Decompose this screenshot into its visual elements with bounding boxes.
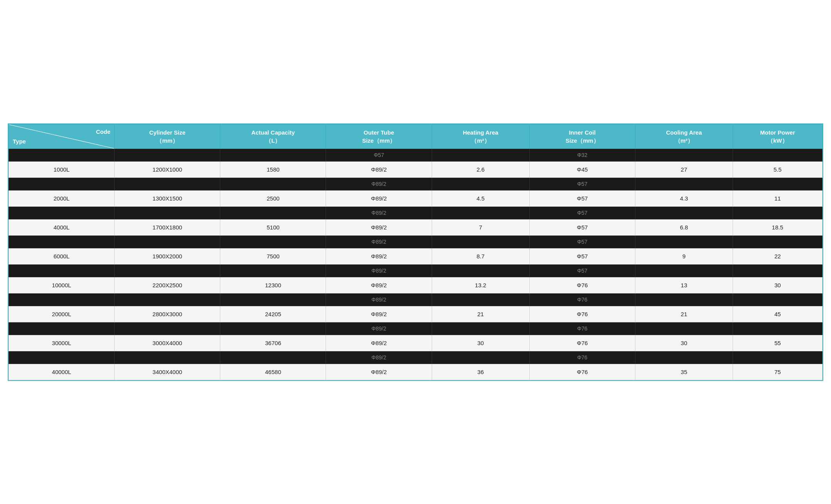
data-row: 1000L1200X10001580Φ89/22.6Φ45275.5 [9,161,823,177]
spec-cell [635,264,733,277]
spec-cell [9,177,115,190]
cylinder-size-header: Cylinder Size （mm） [115,124,220,148]
spec-cell [733,177,822,190]
spec-cell [733,293,822,306]
inner-coil-cell: Φ45 [529,161,635,177]
spec-cell: Φ57 [529,177,635,190]
cooling-cell: 6.8 [635,219,733,235]
spec-cell [733,351,822,364]
data-row: 4000L1700X18005100Φ89/27Φ576.818.5 [9,219,823,235]
heating-cell: 4.5 [432,190,529,206]
spec-cell [115,322,220,335]
spec-row: Φ89/2Φ76 [9,351,823,364]
spec-cell [115,293,220,306]
motor-cell: 55 [733,335,822,351]
spec-cell [635,322,733,335]
motor-cell: 5.5 [733,161,822,177]
cylinder-cell: 1900X2000 [115,248,220,264]
spec-cell [9,264,115,277]
heating-cell: 8.7 [432,248,529,264]
spec-cell [9,351,115,364]
spec-cell [733,322,822,335]
spec-cell [432,293,529,306]
heating-cell: 13.2 [432,277,529,293]
spec-cell [432,322,529,335]
spec-cell: Φ89/2 [326,177,432,190]
spec-cell [115,177,220,190]
spec-cell: Φ89/2 [326,235,432,248]
heating-cell: 30 [432,335,529,351]
cooling-area-header: Cooling Area （m²） [635,124,733,148]
capacity-cell: 2500 [220,190,326,206]
heating-cell: 2.6 [432,161,529,177]
spec-cell: Φ76 [529,322,635,335]
spec-cell [220,206,326,219]
capacity-cell: 46580 [220,364,326,380]
spec-cell [733,235,822,248]
spec-cell: Φ89/2 [326,206,432,219]
spec-cell: Φ32 [529,148,635,161]
spec-cell [220,293,326,306]
spec-cell [733,148,822,161]
cylinder-cell: 3000X4000 [115,335,220,351]
capacity-cell: 1580 [220,161,326,177]
spec-row: Φ89/2Φ57 [9,177,823,190]
spec-cell: Φ89/2 [326,351,432,364]
capacity-cell: 24205 [220,306,326,322]
motor-cell: 30 [733,277,822,293]
outer-tube-cell: Φ89/2 [326,364,432,380]
spec-row: Φ89/2Φ76 [9,322,823,335]
code-cell: 20000L [9,306,115,322]
data-row: 40000L3400X400046580Φ89/236Φ763575 [9,364,823,380]
code-label: Code [96,128,111,136]
data-row: 6000L1900X20007500Φ89/28.7Φ57922 [9,248,823,264]
spec-cell [115,264,220,277]
spec-cell [432,148,529,161]
inner-coil-cell: Φ57 [529,190,635,206]
spec-cell [635,148,733,161]
spec-row: Φ89/2Φ57 [9,206,823,219]
spec-cell: Φ89/2 [326,264,432,277]
cylinder-cell: 1200X1000 [115,161,220,177]
capacity-cell: 5100 [220,219,326,235]
spec-cell: Φ57 [529,235,635,248]
motor-cell: 11 [733,190,822,206]
cooling-cell: 30 [635,335,733,351]
cooling-cell: 27 [635,161,733,177]
outer-tube-cell: Φ89/2 [326,190,432,206]
spec-cell [220,235,326,248]
cooling-cell: 21 [635,306,733,322]
cooling-cell: 13 [635,277,733,293]
code-cell: 4000L [9,219,115,235]
spec-cell: Φ89/2 [326,293,432,306]
spec-cell: Φ76 [529,351,635,364]
actual-capacity-header: Actual Capacity （L） [220,124,326,148]
spec-cell [432,351,529,364]
heating-cell: 36 [432,364,529,380]
specs-table: Code Type Cylinder Size （mm） Actual Capa… [8,124,823,380]
spec-cell [9,293,115,306]
spec-cell: Φ89/2 [326,322,432,335]
spec-cell [432,264,529,277]
cylinder-cell: 1300X1500 [115,190,220,206]
type-label: Type [13,137,26,145]
spec-cell [432,235,529,248]
spec-cell [635,351,733,364]
code-cell: 30000L [9,335,115,351]
spec-cell [115,148,220,161]
spec-cell [220,351,326,364]
outer-tube-cell: Φ89/2 [326,219,432,235]
inner-coil-cell: Φ57 [529,219,635,235]
spec-cell [115,235,220,248]
inner-coil-cell: Φ57 [529,248,635,264]
inner-coil-cell: Φ76 [529,335,635,351]
spec-cell: Φ57 [326,148,432,161]
spec-cell [220,322,326,335]
cylinder-cell: 2800X3000 [115,306,220,322]
spec-cell [9,148,115,161]
data-row: 20000L2800X300024205Φ89/221Φ762145 [9,306,823,322]
spec-cell [733,206,822,219]
outer-tube-cell: Φ89/2 [326,335,432,351]
outer-tube-cell: Φ89/2 [326,161,432,177]
spec-cell [115,206,220,219]
